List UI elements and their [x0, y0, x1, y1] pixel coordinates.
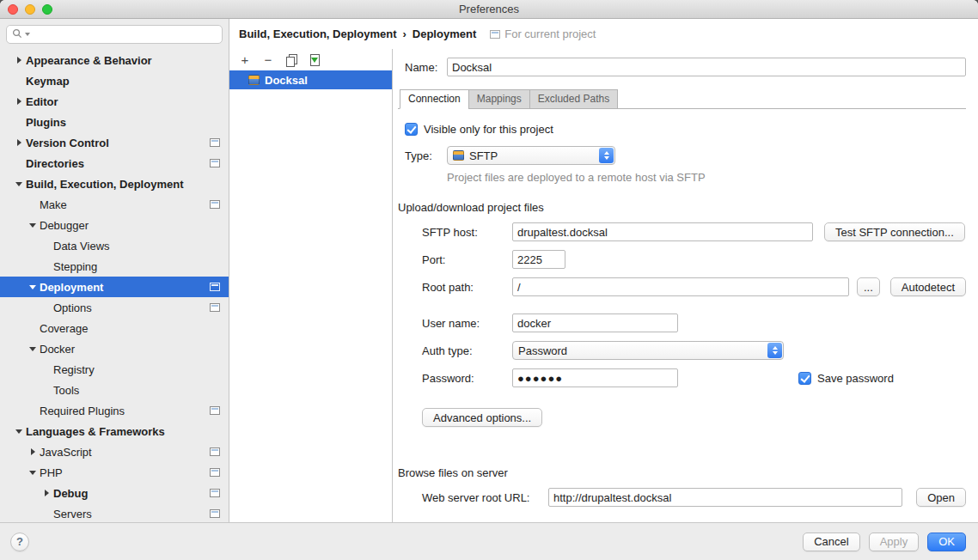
auth-type-label: Auth type:	[422, 344, 512, 357]
sidebar-item-servers[interactable]: Servers	[0, 503, 229, 522]
port-input[interactable]	[512, 250, 565, 269]
user-name-input[interactable]	[512, 313, 678, 332]
current-project-icon	[490, 30, 500, 39]
settings-page-icon	[210, 283, 220, 291]
open-button[interactable]: Open	[916, 488, 966, 507]
scope-label: For current project	[504, 27, 596, 40]
web-root-input[interactable]	[548, 488, 902, 507]
sidebar-item-version-control[interactable]: Version Control	[0, 132, 229, 153]
sidebar-item-label: Deployment	[40, 281, 103, 294]
sidebar-item-label: Keymap	[26, 75, 70, 88]
settings-page-icon	[210, 303, 220, 312]
type-value: SFTP	[469, 149, 589, 162]
window-title: Preferences	[459, 3, 519, 15]
sidebar-item-stepping[interactable]: Stepping	[0, 256, 229, 277]
browse-root-path-button[interactable]: ...	[857, 277, 880, 296]
name-input[interactable]	[447, 58, 966, 76]
settings-tree: Appearance & BehaviorKeymapEditorPlugins…	[0, 47, 229, 522]
sidebar-item-plugins[interactable]: Plugins	[0, 112, 229, 132]
sidebar-item-tools[interactable]: Tools	[0, 380, 229, 400]
autodetect-button[interactable]: Autodetect	[890, 277, 966, 296]
settings-search[interactable]	[6, 25, 223, 44]
search-history-arrow-icon[interactable]	[25, 33, 30, 36]
sidebar-item-required-plugins[interactable]: Required Plugins	[0, 400, 229, 421]
sidebar-item-registry[interactable]: Registry	[0, 359, 229, 380]
sidebar-item-docker[interactable]: Docker	[0, 338, 229, 359]
expand-arrow-icon[interactable]	[12, 139, 26, 146]
help-button[interactable]: ?	[10, 533, 29, 551]
paste-icon[interactable]	[306, 52, 323, 69]
user-name-label: User name:	[422, 317, 512, 330]
sidebar-item-debugger[interactable]: Debugger	[0, 215, 229, 235]
sidebar-item-keymap[interactable]: Keymap	[0, 70, 229, 91]
expand-arrow-icon[interactable]	[40, 490, 53, 496]
sidebar-item-directories[interactable]: Directories	[0, 153, 229, 173]
sidebar-item-label: Coverage	[40, 322, 88, 335]
password-input[interactable]	[512, 368, 678, 387]
sidebar-item-php[interactable]: PHP	[0, 462, 229, 483]
settings-page-icon	[210, 159, 220, 167]
sftp-host-input[interactable]	[512, 222, 813, 241]
sidebar-item-label: Servers	[53, 508, 92, 520]
sidebar-item-label: Appearance & Behavior	[26, 54, 152, 67]
sidebar-item-make[interactable]: Make	[0, 194, 229, 215]
collapse-arrow-icon[interactable]	[26, 471, 40, 475]
settings-page-icon	[210, 200, 220, 209]
save-password-group: Save password	[798, 372, 894, 385]
close-window-button[interactable]	[8, 4, 18, 15]
sidebar-item-editor[interactable]: Editor	[0, 91, 229, 112]
auth-type-select[interactable]: Password	[512, 341, 784, 360]
visible-only-checkbox[interactable]	[405, 123, 418, 136]
expand-arrow-icon[interactable]	[26, 448, 40, 455]
cancel-button[interactable]: Cancel	[803, 533, 859, 551]
sidebar-item-deployment[interactable]: Deployment	[0, 277, 229, 297]
breadcrumb: Build, Execution, Deployment › Deploymen…	[229, 19, 978, 49]
sidebar-item-coverage[interactable]: Coverage	[0, 318, 229, 338]
advanced-options-button[interactable]: Advanced options...	[422, 408, 542, 427]
zoom-window-button[interactable]	[42, 4, 52, 15]
tab-connection[interactable]: Connection	[400, 89, 469, 109]
collapse-arrow-icon[interactable]	[12, 182, 26, 186]
sidebar-item-label: Stepping	[53, 260, 97, 273]
ok-button[interactable]: OK	[927, 533, 966, 551]
add-icon[interactable]: +	[236, 52, 254, 69]
server-list-panel: +− Docksal	[229, 49, 393, 522]
sidebar-item-appearance-behavior[interactable]: Appearance & Behavior	[0, 50, 229, 70]
collapse-arrow-icon[interactable]	[26, 223, 40, 228]
sidebar-item-build-execution-deployment[interactable]: Build, Execution, Deployment	[0, 173, 229, 194]
password-label: Password:	[422, 372, 512, 385]
collapse-arrow-icon[interactable]	[26, 347, 40, 351]
type-help-text: Project files are deployed to a remote h…	[447, 171, 966, 184]
tab-mappings[interactable]: Mappings	[468, 89, 530, 109]
breadcrumb-group[interactable]: Build, Execution, Deployment	[239, 27, 396, 40]
paste-icon	[309, 54, 320, 65]
remove-icon[interactable]: −	[260, 52, 277, 69]
collapse-arrow-icon[interactable]	[26, 285, 40, 289]
traffic-lights	[8, 4, 52, 15]
sidebar-item-label: Plugins	[26, 116, 66, 129]
sidebar-item-options[interactable]: Options	[0, 297, 229, 318]
tab-excluded-paths[interactable]: Excluded Paths	[529, 89, 618, 109]
server-list-item-docksal[interactable]: Docksal	[229, 70, 392, 89]
deployment-form: Name: Connection Mappings Excluded Paths…	[393, 49, 978, 522]
sftp-host-label: SFTP host:	[422, 226, 512, 239]
save-password-checkbox[interactable]	[798, 372, 811, 385]
type-select[interactable]: SFTP	[447, 146, 615, 165]
root-path-input[interactable]	[512, 277, 849, 296]
scope-indicator: For current project	[490, 27, 596, 40]
save-password-label: Save password	[817, 372, 894, 385]
collapse-arrow-icon[interactable]	[12, 429, 26, 434]
sidebar-item-data-views[interactable]: Data Views	[0, 235, 229, 256]
test-connection-button[interactable]: Test SFTP connection...	[824, 222, 965, 241]
server-type-icon	[248, 75, 260, 85]
copy-icon[interactable]	[283, 52, 300, 69]
sidebar-item-javascript[interactable]: JavaScript	[0, 441, 229, 462]
expand-arrow-icon[interactable]	[12, 98, 26, 105]
minimize-window-button[interactable]	[25, 4, 35, 15]
sidebar-item-debug[interactable]: Debug	[0, 483, 229, 503]
apply-button[interactable]: Apply	[869, 533, 920, 551]
search-input[interactable]	[33, 28, 217, 40]
expand-arrow-icon[interactable]	[12, 57, 26, 64]
sidebar-item-languages-frameworks[interactable]: Languages & Frameworks	[0, 421, 229, 441]
right-column: Build, Execution, Deployment › Deploymen…	[229, 19, 978, 522]
